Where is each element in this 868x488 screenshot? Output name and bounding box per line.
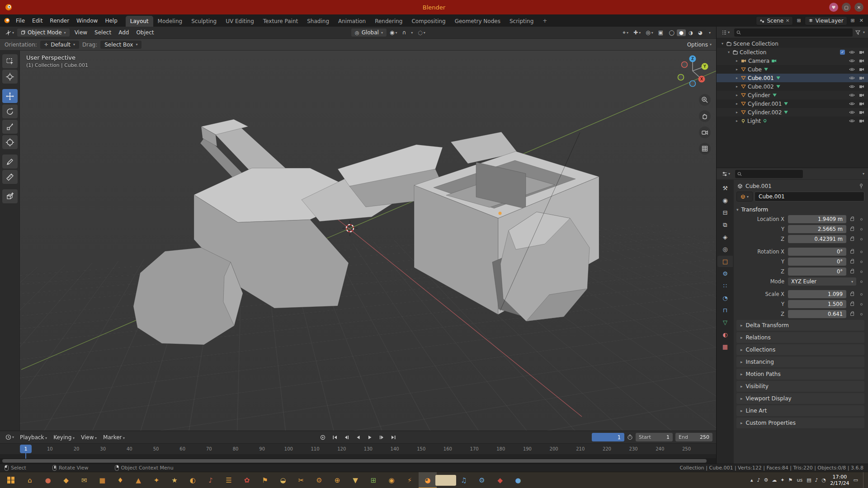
tray-icon[interactable]: ▤ — [807, 477, 811, 483]
add-workspace-button[interactable]: + — [538, 15, 552, 26]
filter-icon[interactable] — [855, 30, 860, 35]
animate-decorator[interactable] — [860, 271, 863, 273]
outliner-editor-type-button[interactable]: ▾ — [720, 29, 731, 36]
gizmos-dropdown[interactable]: ✚▾ — [632, 28, 642, 37]
collapsed-panel-header[interactable]: ▸ Motion Paths — [736, 369, 864, 380]
number-field[interactable]: 0.42391 m — [788, 235, 846, 243]
axis-neg-z-ball[interactable] — [690, 81, 696, 87]
menu-item[interactable]: Help — [101, 16, 121, 25]
collapsed-panel-header[interactable]: ▸ Line Art — [736, 405, 864, 416]
shading-mode-button[interactable]: ● — [677, 29, 686, 36]
outliner-object-row[interactable]: ▸ Light — [717, 117, 868, 125]
hide-eye-icon[interactable] — [849, 110, 855, 114]
collapsed-panel-header[interactable]: ▸ Collections — [736, 344, 864, 355]
workspace-tab[interactable]: Shading — [302, 16, 334, 27]
selectability-dropdown[interactable]: ⌖▾ — [621, 28, 630, 37]
object-name[interactable]: Cylinder.001 — [748, 101, 782, 107]
disable-render-icon[interactable] — [859, 110, 864, 114]
disable-render-icon[interactable] — [859, 67, 864, 71]
workspace-tab[interactable]: Layout — [126, 16, 153, 27]
properties-options-icon[interactable]: ▾ — [863, 172, 864, 176]
pan-hand-icon[interactable] — [699, 110, 711, 122]
taskbar-app-icon[interactable]: ◆ — [57, 472, 75, 488]
lock-icon[interactable] — [850, 313, 854, 316]
disable-render-icon[interactable] — [859, 84, 864, 89]
taskbar-app-icon[interactable] — [437, 472, 455, 488]
axis-neg-y-ball[interactable] — [678, 75, 684, 80]
outliner-object-row[interactable]: ▸ Cube.002 — [717, 82, 868, 91]
outliner-object-row[interactable]: ▸ Cube.001 — [717, 74, 868, 82]
playhead[interactable]: 1 — [20, 445, 32, 453]
number-field[interactable]: 0° — [788, 248, 846, 256]
disable-render-icon[interactable] — [859, 59, 864, 63]
workspace-tab[interactable]: Modeling — [153, 16, 187, 27]
hide-eye-icon[interactable] — [849, 93, 855, 97]
collapsed-panel-header[interactable]: ▸ Visibility — [736, 381, 864, 392]
tray-icon[interactable]: ⚙ — [764, 477, 768, 483]
viewport-3d[interactable]: User Perspective (1) Collection | Cube.0… — [0, 51, 716, 431]
scrollbar-thumb[interactable] — [2, 459, 707, 463]
animate-decorator[interactable] — [860, 228, 863, 230]
hide-eye-icon[interactable] — [849, 76, 855, 80]
outliner-options-icon[interactable]: ▾ — [863, 30, 865, 34]
object-type-selector[interactable]: ▾ — [736, 192, 753, 202]
menu-item[interactable]: Edit — [28, 16, 46, 25]
lock-icon[interactable] — [850, 238, 854, 241]
hide-eye-icon[interactable] — [849, 84, 855, 89]
tool-measure[interactable] — [2, 170, 18, 184]
object-name[interactable]: Cube — [748, 66, 762, 73]
taskbar-app-icon[interactable]: ◕ — [419, 472, 437, 488]
hide-eye-icon[interactable] — [849, 102, 855, 106]
taskbar-app-icon[interactable]: ◒ — [274, 472, 292, 488]
pivot-point-button[interactable]: ◉▾ — [388, 28, 399, 37]
taskbar-app-icon[interactable]: ★ — [165, 472, 184, 488]
animate-decorator[interactable] — [860, 238, 863, 240]
taskbar-app-icon[interactable]: ▲ — [129, 472, 147, 488]
outliner-object-row[interactable]: ▸ Cylinder.002 — [717, 108, 868, 117]
hide-eye-icon[interactable] — [849, 59, 855, 63]
orientation-dropdown[interactable]: ✛ Default ▾ — [40, 41, 79, 49]
taskbar-app-icon[interactable]: ✦ — [147, 472, 165, 488]
workspace-tab[interactable]: Rendering — [370, 16, 407, 27]
lock-icon[interactable] — [850, 228, 854, 231]
taskbar-app-icon[interactable]: ⚙ — [310, 472, 328, 488]
editor-type-button[interactable]: ▾ — [4, 29, 16, 37]
tool-select-box[interactable] — [2, 54, 18, 68]
outliner-row-collection[interactable]: ▾ Collection ✓ — [717, 48, 868, 56]
animate-decorator[interactable] — [860, 293, 863, 296]
tray-icon[interactable]: ◔ — [822, 477, 826, 483]
overlays-dropdown[interactable]: ◎▾ — [644, 28, 655, 37]
outliner-object-row[interactable]: ▸ Cube — [717, 65, 868, 74]
disable-render-icon[interactable] — [859, 119, 864, 123]
language-indicator[interactable]: us — [797, 477, 802, 483]
transform-panel-header[interactable]: ▾ Transform — [736, 205, 864, 215]
tool-annotate[interactable] — [2, 155, 18, 169]
collapsed-panel-header[interactable]: ▸ Custom Properties — [736, 418, 864, 428]
timeline-editor-type-button[interactable]: ▾ — [4, 433, 16, 441]
number-field[interactable]: 1.500 — [788, 300, 846, 308]
shading-mode-button[interactable]: ◑ — [686, 29, 695, 36]
expand-icon[interactable]: ▸ — [735, 59, 739, 63]
timeline-menu-item[interactable]: View — [78, 433, 100, 442]
number-field[interactable]: 0° — [788, 258, 846, 266]
collection-label[interactable]: Collection — [740, 49, 766, 56]
timeline-menu-item[interactable]: Playback — [17, 433, 50, 442]
properties-editor-type-button[interactable]: ▾ — [720, 170, 732, 178]
start-frame-field[interactable]: Start 1 — [636, 433, 673, 441]
workspace-tab[interactable]: Geometry Nodes — [450, 16, 505, 27]
tool-rotate[interactable] — [2, 104, 18, 118]
taskbar-app-icon[interactable]: ✂ — [292, 472, 310, 488]
animate-decorator[interactable] — [860, 313, 863, 315]
disable-render-icon[interactable] — [859, 76, 864, 80]
snap-magnet-button[interactable]: ∩ — [400, 28, 408, 37]
expand-icon[interactable]: ▸ — [735, 119, 739, 123]
jump-to-start-icon[interactable] — [330, 433, 340, 441]
properties-tab[interactable]: ◈ — [717, 231, 733, 243]
properties-tab[interactable]: ⚒ — [717, 183, 733, 194]
taskbar-app-icon[interactable]: ▼ — [346, 472, 364, 488]
animate-decorator[interactable] — [860, 218, 863, 221]
options-button[interactable]: Options — [687, 42, 708, 48]
expand-icon[interactable]: ▸ — [735, 84, 739, 89]
properties-tab[interactable]: ⚙ — [717, 268, 733, 279]
taskbar-app-icon[interactable]: ● — [509, 472, 527, 488]
